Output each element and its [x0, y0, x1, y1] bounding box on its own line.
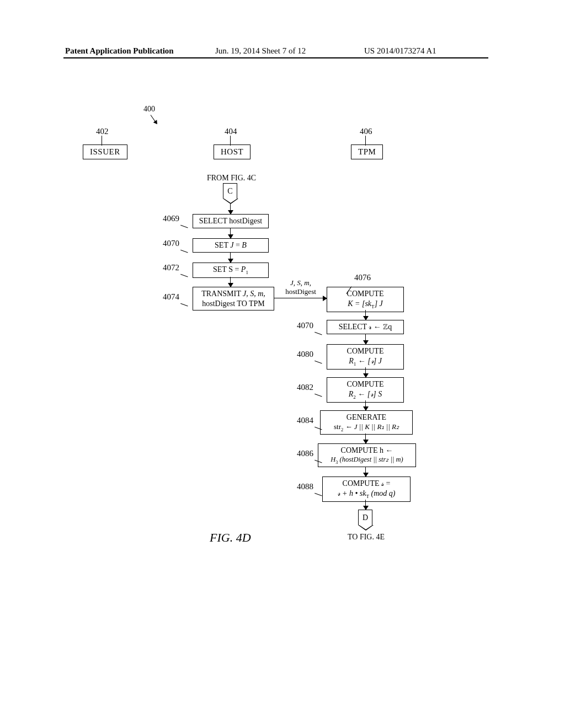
ref-4070b: 4070: [297, 321, 313, 330]
connector-c: C: [223, 183, 237, 199]
host-header: HOST: [214, 144, 250, 159]
ref-400-arrow: [151, 115, 158, 122]
header-publication: Patent Application Publication: [65, 46, 174, 56]
ref-4080: 4080: [297, 350, 313, 359]
ref-404: 404: [225, 127, 237, 136]
step-4076-l1: COMPUTE: [347, 289, 384, 299]
step-4088-l2: 𝓇 + h • skT (mod q): [337, 489, 395, 500]
step-4088-l1: COMPUTE 𝓈 =: [343, 479, 391, 489]
arrow-4086-4088: [365, 467, 366, 477]
figure-caption: FIG. 4D: [210, 531, 251, 545]
step-4070-tpm: SELECT 𝓇 ← ℤq: [327, 320, 404, 334]
step-4082-l2: R2 ← [𝓇] S: [349, 389, 382, 400]
step-4074: TRANSMIT J, S, m, hostDigest TO TPM: [193, 287, 274, 311]
step-4074-l1: TRANSMIT J, S, m,: [201, 289, 265, 299]
arrow-4084-4086: [365, 433, 366, 443]
figure-canvas: 400 402 ISSUER 404 HOST 406 TPM FROM FIG…: [0, 105, 565, 678]
connector-d-letter: D: [363, 513, 368, 522]
issuer-header: ISSUER: [83, 144, 127, 159]
step-4082: COMPUTE R2 ← [𝓇] S: [327, 377, 404, 403]
arrow-4070b-4080: [365, 334, 366, 344]
ref-4070a: 4070: [163, 239, 179, 248]
step-4080: COMPUTE R1 ← [𝓇] J: [327, 344, 404, 370]
to-fig-label: TO FIG. 4E: [348, 533, 385, 542]
step-4076: COMPUTE K = [skT] J: [327, 287, 404, 312]
step-4086: COMPUTE h ← H3 (hostDigest || str₂ || m): [318, 443, 416, 467]
step-4070-host: SET J = B: [193, 238, 269, 253]
step-4088: COMPUTE 𝓈 = 𝓇 + h • skT (mod q): [322, 477, 411, 502]
step-4076-l2: K = [skT] J: [348, 299, 383, 310]
step-4084: GENERATE str2 ← J || K || R₁ || R₂: [320, 410, 413, 435]
ref-4072: 4072: [163, 263, 179, 272]
step-4072-text: SET S = P1: [213, 265, 248, 276]
arrow-4072-4074: [230, 277, 231, 287]
header-date-sheet: Jun. 19, 2014 Sheet 7 of 12: [215, 46, 306, 56]
arrow-4070-4072: [230, 253, 231, 263]
connector-d: D: [358, 510, 372, 525]
step-4086-l2: H3 (hostDigest || str₂ || m): [331, 456, 403, 465]
step-4070b-text: SELECT 𝓇 ← ℤq: [339, 322, 392, 332]
step-4086-l1: COMPUTE h ←: [341, 446, 393, 456]
header-patent-id: US 2014/0173274 A1: [364, 46, 436, 56]
step-4070-text: SET J = B: [215, 240, 247, 250]
arrow-c-to-4069: [230, 204, 231, 214]
step-4084-l1: GENERATE: [347, 413, 386, 422]
ref-4084: 4084: [297, 416, 313, 425]
arrow-4076-4070b: [365, 310, 366, 320]
ref-4086: 4086: [297, 449, 313, 458]
ref-4069: 4069: [163, 214, 179, 223]
ref-402: 402: [96, 127, 109, 136]
arrow-host-to-tpm: [274, 298, 327, 298]
connector-c-letter: C: [227, 187, 232, 196]
step-4080-l1: COMPUTE: [347, 346, 384, 356]
msg-label: J, S, m,hostDigest: [276, 279, 326, 296]
from-fig-label: FROM FIG. 4C: [207, 174, 256, 183]
step-4080-l2: R1 ← [𝓇] J: [349, 356, 382, 367]
ref-4076: 4076: [354, 273, 371, 282]
step-4074-l2: hostDigest TO TPM: [202, 299, 265, 309]
arrow-4080-4082: [365, 367, 366, 377]
ref-4082: 4082: [297, 383, 313, 392]
arrow-4069-4070: [230, 228, 231, 238]
header-rule: [63, 57, 488, 58]
ref-406: 406: [360, 127, 372, 136]
ref-4088: 4088: [297, 482, 313, 491]
ref-4074: 4074: [163, 292, 179, 302]
arrow-4082-4084: [365, 400, 366, 410]
patent-page: Patent Application Publication Jun. 19, …: [0, 0, 565, 728]
ref-400: 400: [143, 105, 155, 114]
step-4084-l2: str2 ← J || K || R₁ || R₂: [334, 422, 399, 432]
step-4072: SET S = P1: [193, 263, 269, 278]
tpm-header: TPM: [351, 144, 383, 159]
step-4082-l1: COMPUTE: [347, 379, 384, 389]
arrow-4088-d: [365, 500, 366, 510]
step-4069: SELECT hostDigest: [193, 214, 269, 228]
step-4069-text: SELECT hostDigest: [199, 216, 262, 226]
